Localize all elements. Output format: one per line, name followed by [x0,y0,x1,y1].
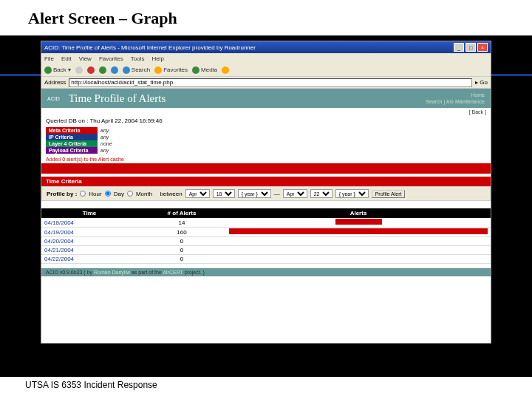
menu-help[interactable]: Help [151,55,163,62]
queried-db: Queried DB on : Thu April 22, 2004 16:59… [41,116,491,126]
layer4-criteria-label: Layer 4 Criteria [46,140,98,147]
menu-edit[interactable]: Edit [61,55,72,62]
month1-select[interactable]: Apr [185,189,210,198]
table-row: 04/20/20040 [41,237,491,246]
between-label: between [160,191,182,197]
media-button[interactable]: Media [192,66,217,74]
month-label: Month [136,191,152,197]
cell-time[interactable]: 04/20/2004 [41,237,137,246]
cell-time[interactable]: 04/21/2004 [41,246,137,255]
page-title: Time Profile of Alerts [69,92,426,105]
month2-select[interactable]: Apr [283,189,307,198]
menu-view[interactable]: View [79,55,92,62]
col-alerts: Alerts [226,208,491,218]
acid-label: ACID [47,96,60,101]
day2-select[interactable]: 22 [310,189,332,198]
toolbar: Back ▾ Search Favorites Media [41,64,491,77]
menu-file[interactable]: File [44,55,54,62]
stop-icon [87,66,95,74]
back-link[interactable]: [ Back ] [41,108,491,116]
forward-icon [75,66,83,74]
col-time: Time [41,208,137,218]
forward-button[interactable] [75,66,83,74]
meta-criteria-value: any [98,127,134,134]
day-radio[interactable] [105,191,111,197]
ip-criteria-value: any [98,134,134,140]
refresh-button[interactable] [99,66,106,74]
media-icon [192,66,200,74]
ip-criteria-label: IP Criteria [46,134,98,140]
alerts-table: Time # of Alerts Alerts 04/18/200414 04/… [41,208,491,264]
address-bar: Address ▸ Go [41,77,491,89]
year2-select[interactable]: { year } [335,189,369,198]
layer4-criteria-value: none [98,140,134,147]
day-label: Day [114,191,124,197]
slide-title: Alert Screen – Graph [22,6,183,31]
close-button[interactable]: × [477,43,488,52]
cell-count: 0 [137,246,226,255]
profile-by-label: Profile by : [47,191,77,197]
cell-count: 160 [137,228,226,237]
refresh-icon [99,66,106,74]
history-icon [222,66,229,74]
page-content: ACID Time Profile of Alerts Home Search … [41,89,491,343]
day1-select[interactable]: 18 [213,189,235,198]
go-button[interactable]: ▸ Go [475,79,488,86]
project-link[interactable]: AirCERT [163,270,183,275]
cell-count: 0 [137,237,226,246]
profile-alert-button[interactable]: Profile Alert [372,190,406,198]
back-button[interactable]: Back ▾ [44,66,71,74]
favorites-button[interactable]: Favorites [154,66,188,74]
ag-maintenance-link[interactable]: AG Maintenance [446,99,485,104]
titlebar: ACID: Time Profile of Alerts - Microsoft… [41,41,491,53]
header-links: Home Search | AG Maintenance [426,92,485,105]
table-row: 04/21/20040 [41,246,491,255]
home-link[interactable]: Home [471,92,485,98]
history-button[interactable] [222,66,229,74]
col-count: # of Alerts [137,208,226,218]
month-radio[interactable] [127,191,133,197]
maximize-button[interactable]: □ [466,43,476,52]
address-input[interactable] [69,78,472,87]
back-icon [44,66,52,74]
acid-footer: ACID v0.9.6b23 ( by Roman Danyliw as par… [41,268,491,276]
alert-bar [229,228,488,234]
payload-criteria-value: any [98,147,134,154]
slide-footer: UTSA IS 6353 Incident Response [22,378,160,392]
table-row: 04/22/20040 [41,255,491,264]
author-link[interactable]: Roman Danyliw [94,270,130,275]
cell-count: 14 [137,218,226,228]
red-bar [41,163,491,174]
star-icon [154,66,162,74]
menu-tools[interactable]: Tools [131,55,145,62]
table-row: 04/19/2004160 [41,228,491,237]
browser-window: ACID: Time Profile of Alerts - Microsoft… [41,41,491,344]
minimize-button[interactable]: _ [454,43,464,52]
window-title: ACID: Time Profile of Alerts - Microsoft… [44,44,454,51]
hour-radio[interactable] [80,191,86,197]
table-row: 04/18/200414 [41,218,491,228]
search-button[interactable]: Search [123,66,150,74]
search-link[interactable]: Search [426,99,442,104]
cell-time[interactable]: 04/18/2004 [41,218,137,228]
cell-time[interactable]: 04/19/2004 [41,228,137,237]
added-alerts: Added 0 alert(s) to the Alert cache [41,155,491,163]
year1-select[interactable]: { year } [238,189,271,198]
menubar: File Edit View Favorites Tools Help [41,53,491,64]
stop-button[interactable] [87,66,95,74]
address-label: Address [44,79,66,86]
hour-label: Hour [89,191,101,197]
home-icon [111,66,118,74]
profile-controls: Profile by : Hour Day Month between Apr … [41,186,491,201]
cell-time[interactable]: 04/22/2004 [41,255,137,264]
cell-count: 0 [137,255,226,264]
search-icon [123,66,130,74]
meta-criteria-label: Meta Criteria [46,127,98,134]
alert-bar [335,219,382,225]
time-criteria-header: Time Criteria [41,177,491,186]
criteria-table: Meta Criteriaany IP Criteriaany Layer 4 … [46,127,134,154]
menu-favorites[interactable]: Favorites [99,55,123,62]
home-button[interactable] [111,66,118,74]
acid-header: ACID Time Profile of Alerts Home Search … [41,89,491,108]
payload-criteria-label: Payload Criteria [46,147,98,154]
